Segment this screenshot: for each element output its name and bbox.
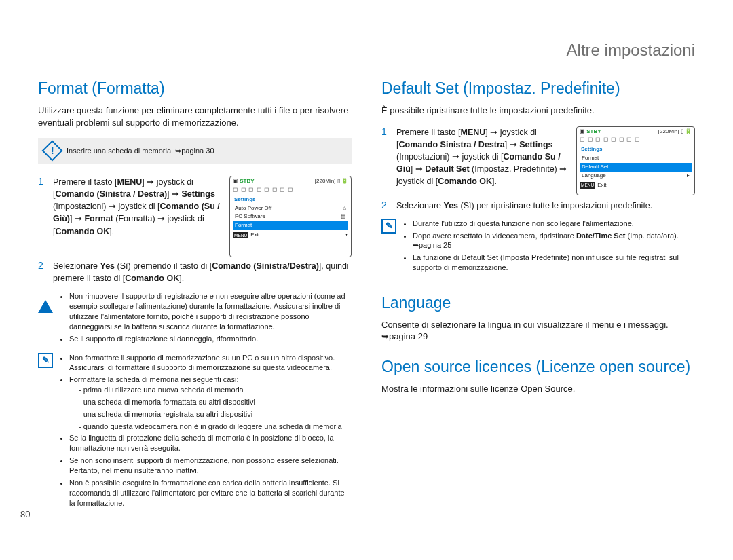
defaultset-step2: Selezionare Yes (Sì) per ripristinare tu… <box>396 200 652 212</box>
step-number-1b: 1 <box>381 126 390 188</box>
page-header: Altre impostazioni <box>38 41 695 64</box>
format-step2: Selezionare Yes (Sì) premendo il tasto d… <box>53 260 352 284</box>
opensource-body: Mostra le informazioni sulle licenze Ope… <box>381 383 695 395</box>
language-heading: Language <box>381 294 695 312</box>
diamond-info-icon: ! <box>41 141 62 162</box>
language-body: Consente di selezionare la lingua in cui… <box>381 319 695 343</box>
defaultset-info: ✎ Durante l'utilizzo di questa funzione … <box>381 219 695 275</box>
page-number: 80 <box>20 509 30 519</box>
lcd-preview-format: ▣ STBY[220Min] ▯ 🔋 ◻ ◻ ◻ ◻ ◻ ◻ ◻ ◻ Setti… <box>229 176 352 257</box>
format-step1: Premere il tasto [MENU] ➞ joystick di [C… <box>53 176 223 238</box>
lcd-preview-defaultset: ▣ STBY[220Min] ▯ 🔋 ◻ ◻ ◻ ◻ ◻ ◻ ◻ ◻ Setti… <box>576 126 695 195</box>
step-number-2: 2 <box>38 260 46 284</box>
defaultset-step1: Premere il tasto [MENU] ➞ joystick di [C… <box>396 126 569 188</box>
opensource-heading: Open source licences (Licenze open sourc… <box>381 358 695 376</box>
format-heading: Format (Formatta) <box>38 79 352 98</box>
format-info: ✎ Non formattare il supporto di memorizz… <box>38 353 352 510</box>
insert-card-note-text: Inserire una scheda di memoria. ➥pagina … <box>67 147 214 155</box>
step-number-1: 1 <box>38 176 46 238</box>
defaultset-intro: È possibile ripristinare tutte le impost… <box>381 105 695 117</box>
info-icon: ✎ <box>38 353 53 368</box>
format-warning: Non rimuovere il supporto di registrazio… <box>38 291 352 346</box>
insert-card-note: ! Inserire una scheda di memoria. ➥pagin… <box>38 138 352 164</box>
defaultset-heading: Default Set (Impostaz. Predefinite) <box>381 79 695 98</box>
info-icon: ✎ <box>381 219 396 234</box>
step-number-2b: 2 <box>381 200 390 212</box>
format-intro: Utilizzare questa funzione per eliminare… <box>38 105 352 128</box>
warning-icon <box>38 292 53 313</box>
